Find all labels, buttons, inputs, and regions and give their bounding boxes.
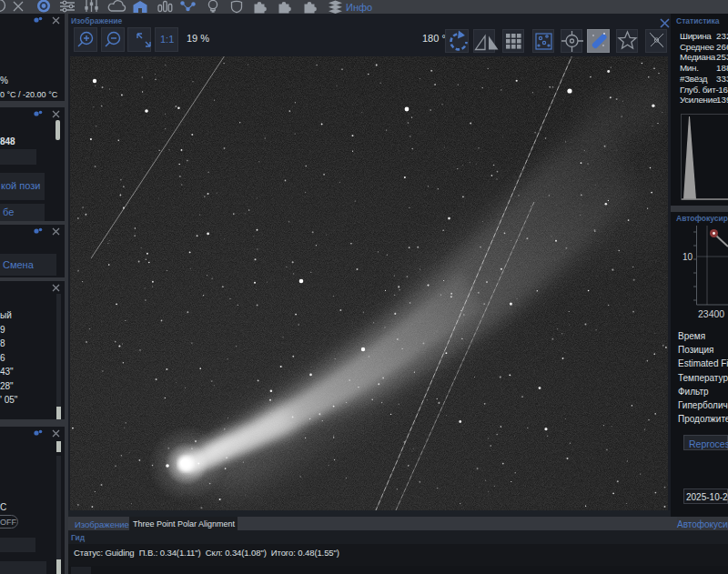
svg-text:10: 10 <box>682 252 693 262</box>
svg-text:23400: 23400 <box>698 308 724 319</box>
